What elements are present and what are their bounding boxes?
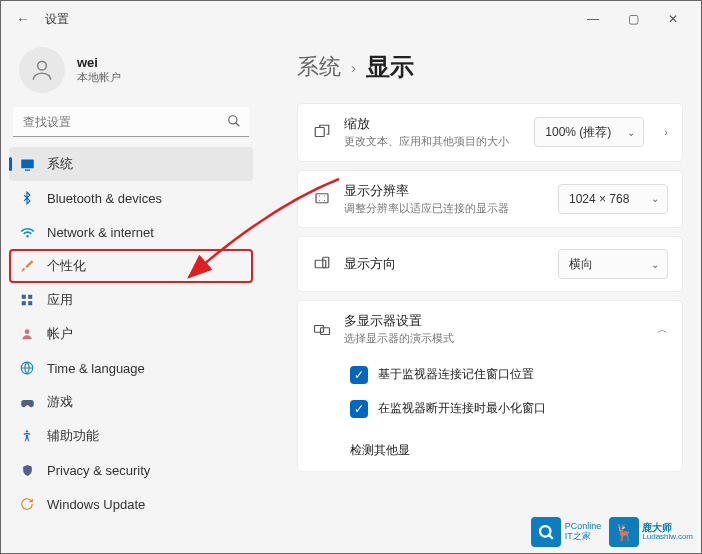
- nav-label: Privacy & security: [47, 463, 150, 478]
- profile-section[interactable]: wei 本地帐户: [1, 43, 261, 107]
- titlebar: ← 设置 — ▢ ✕: [1, 1, 701, 37]
- scale-value: 100% (推荐): [545, 124, 611, 141]
- scale-card: 缩放 更改文本、应用和其他项目的大小 100% (推荐) ⌄ ›: [297, 103, 683, 162]
- nav-label: Time & language: [47, 361, 145, 376]
- ludashi-icon: 🦌: [609, 517, 639, 547]
- watermarks: PConline IT之家 🦌 鹿大师 Ludashiw.com: [531, 517, 693, 547]
- orientation-value: 横向: [569, 256, 593, 273]
- nav-item-personalization[interactable]: 个性化: [9, 249, 253, 283]
- resolution-icon: [312, 190, 332, 208]
- svg-rect-12: [316, 194, 328, 203]
- multidisplay-card: 多显示器设置 选择显示器的演示模式 ︿ ✓ 基于监视器连接记住窗口位置 ✓ 在监…: [297, 300, 683, 472]
- window-controls: — ▢ ✕: [573, 5, 693, 33]
- multidisplay-icon: [312, 321, 332, 339]
- nav-label: 系统: [47, 155, 73, 173]
- close-button[interactable]: ✕: [653, 5, 693, 33]
- search-box[interactable]: [13, 107, 249, 137]
- orientation-title: 显示方向: [344, 256, 546, 273]
- nav-item-bluetooth[interactable]: Bluetooth & devices: [9, 181, 253, 215]
- account-icon: [19, 326, 35, 342]
- window-title: 设置: [45, 11, 69, 28]
- nav-item-accessibility[interactable]: 辅助功能: [9, 419, 253, 453]
- chevron-down-icon: ⌄: [651, 259, 659, 270]
- profile-name: wei: [77, 55, 121, 70]
- nav-label: Windows Update: [47, 497, 145, 512]
- chevron-right-icon: ›: [351, 59, 356, 76]
- svg-rect-16: [321, 327, 330, 334]
- back-button[interactable]: ←: [9, 5, 37, 33]
- nav-item-accounts[interactable]: 帐户: [9, 317, 253, 351]
- nav-item-apps[interactable]: 应用: [9, 283, 253, 317]
- watermark-ludashi: 🦌 鹿大师 Ludashiw.com: [609, 517, 693, 547]
- check-label-2: 在监视器断开连接时最小化窗口: [378, 400, 546, 417]
- update-icon: [19, 496, 35, 512]
- scale-title: 缩放: [344, 116, 522, 133]
- svg-rect-2: [21, 159, 34, 168]
- resolution-title: 显示分辨率: [344, 183, 546, 200]
- shield-icon: [19, 462, 35, 478]
- avatar: [19, 47, 65, 93]
- minimize-button[interactable]: —: [573, 5, 613, 33]
- scale-select[interactable]: 100% (推荐) ⌄: [534, 117, 644, 147]
- maximize-button[interactable]: ▢: [613, 5, 653, 33]
- nav-item-gaming[interactable]: 游戏: [9, 385, 253, 419]
- chevron-down-icon: ⌄: [627, 127, 635, 138]
- brush-icon: [19, 258, 35, 274]
- nav-item-system[interactable]: 系统: [9, 147, 253, 181]
- check-label-1: 基于监视器连接记住窗口位置: [378, 366, 534, 383]
- main-content: 系统 › 显示 缩放 更改文本、应用和其他项目的大小 100% (推荐) ⌄ ›: [261, 37, 701, 553]
- svg-point-1: [229, 116, 237, 124]
- svg-rect-5: [28, 295, 32, 299]
- profile-subtitle: 本地帐户: [77, 70, 121, 85]
- pconline-icon: [531, 517, 561, 547]
- resolution-select[interactable]: 1024 × 768 ⌄: [558, 184, 668, 214]
- multidisplay-title: 多显示器设置: [344, 313, 637, 330]
- scale-icon: [312, 123, 332, 141]
- svg-point-18: [540, 526, 551, 537]
- detect-label: 检测其他显: [350, 442, 410, 459]
- svg-point-0: [38, 61, 47, 70]
- nav-item-network[interactable]: Network & internet: [9, 215, 253, 249]
- scale-desc: 更改文本、应用和其他项目的大小: [344, 135, 522, 149]
- multidisplay-desc: 选择显示器的演示模式: [344, 332, 637, 346]
- nav-list: 系统 Bluetooth & devices Network & interne…: [1, 147, 261, 545]
- svg-rect-4: [22, 295, 26, 299]
- gaming-icon: [19, 394, 35, 410]
- collapse-chevron-icon[interactable]: ︿: [657, 322, 668, 337]
- chevron-down-icon: ⌄: [651, 193, 659, 204]
- resolution-value: 1024 × 768: [569, 192, 629, 206]
- nav-item-time-language[interactable]: Time & language: [9, 351, 253, 385]
- orientation-card: 显示方向 横向 ⌄: [297, 236, 683, 292]
- resolution-desc: 调整分辨率以适应已连接的显示器: [344, 202, 546, 216]
- search-icon: [227, 114, 241, 131]
- watermark-pconline: PConline IT之家: [531, 517, 602, 547]
- apps-icon: [19, 292, 35, 308]
- bluetooth-icon: [19, 190, 35, 206]
- breadcrumb-current: 显示: [366, 51, 414, 83]
- svg-rect-7: [28, 301, 32, 305]
- wifi-icon: [19, 224, 35, 240]
- svg-point-10: [26, 430, 28, 432]
- nav-label: Bluetooth & devices: [47, 191, 162, 206]
- system-icon: [19, 156, 35, 172]
- accessibility-icon: [19, 428, 35, 444]
- checkbox-remember-position[interactable]: ✓: [350, 366, 368, 384]
- breadcrumb-parent[interactable]: 系统: [297, 52, 341, 82]
- nav-label: Network & internet: [47, 225, 154, 240]
- expand-chevron-icon[interactable]: ›: [664, 126, 668, 138]
- nav-label: 帐户: [47, 325, 73, 343]
- breadcrumb: 系统 › 显示: [297, 51, 683, 83]
- search-input[interactable]: [13, 107, 249, 137]
- checkbox-minimize-on-disconnect[interactable]: ✓: [350, 400, 368, 418]
- nav-item-windows-update[interactable]: Windows Update: [9, 487, 253, 521]
- orientation-select[interactable]: 横向 ⌄: [558, 249, 668, 279]
- sidebar: wei 本地帐户 系统: [1, 37, 261, 553]
- nav-label: 个性化: [47, 257, 86, 275]
- nav-item-privacy[interactable]: Privacy & security: [9, 453, 253, 487]
- svg-rect-3: [25, 169, 30, 170]
- svg-rect-15: [315, 325, 324, 332]
- orientation-icon: [312, 255, 332, 273]
- resolution-card: 显示分辨率 调整分辨率以适应已连接的显示器 1024 × 768 ⌄: [297, 170, 683, 229]
- svg-rect-6: [22, 301, 26, 305]
- globe-icon: [19, 360, 35, 376]
